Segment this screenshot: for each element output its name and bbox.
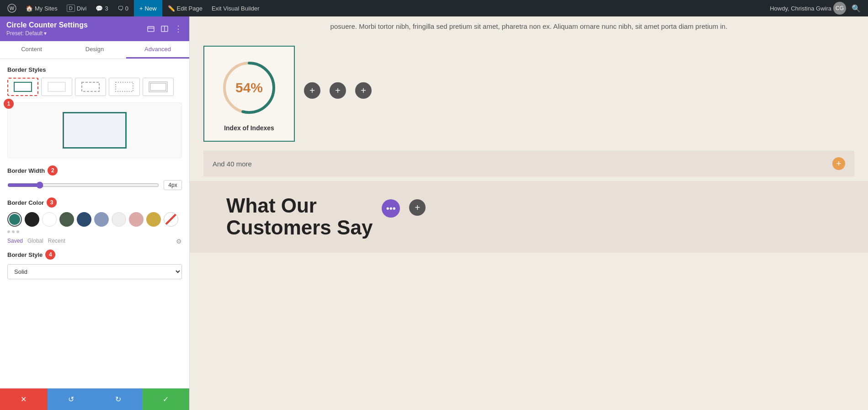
sidebar-preset[interactable]: Preset: Default ▾ <box>6 30 88 37</box>
add-module-btn-2[interactable]: + <box>330 82 346 99</box>
color-tabs: Saved Global Recent ⚙ <box>7 238 182 245</box>
border-width-slider[interactable] <box>7 181 159 189</box>
divi-label: Divi <box>77 5 87 12</box>
sidebar-header: Circle Counter Settings Preset: Default … <box>0 16 189 41</box>
border-styles-label: Border Styles <box>7 66 46 73</box>
expand-plus-icon[interactable]: + <box>832 157 845 170</box>
step-1-badge: 1 <box>4 99 14 109</box>
border-styles-section-title: Border Styles <box>7 66 182 73</box>
dot-2 <box>12 230 15 233</box>
svg-rect-8 <box>82 82 99 91</box>
comments-count: 3 <box>105 5 108 12</box>
comment-icon: 💬 <box>96 5 103 12</box>
top-bar-right: Howdy, Christina Gwira CG 🔍 <box>770 2 864 15</box>
edit-page-button[interactable]: ✏️ Edit Page <box>164 0 206 16</box>
plus-icon: + <box>139 5 143 12</box>
svg-rect-7 <box>48 82 65 91</box>
border-style-none[interactable] <box>41 78 72 96</box>
page-content: posuere. Morbi tortor nibh, fringilla se… <box>190 16 868 410</box>
wp-logo[interactable]: W <box>4 0 20 16</box>
color-swatch-none[interactable] <box>164 212 178 227</box>
intro-text: posuere. Morbi tortor nibh, fringilla se… <box>190 16 868 41</box>
comment-zero-label: 0 <box>125 5 128 12</box>
border-preview-box <box>63 112 127 149</box>
redo-button[interactable]: ↻ <box>95 389 142 410</box>
border-style-dropdown-row: Solid Dashed Dotted Double None <box>7 264 182 279</box>
preset-text: Preset: Default <box>6 30 43 37</box>
save-button[interactable]: ✓ <box>142 389 190 410</box>
color-swatch-darkgreen[interactable] <box>59 212 74 227</box>
sidebar-content: Border Styles <box>0 59 189 388</box>
border-style-select[interactable]: Solid Dashed Dotted Double None <box>7 264 182 279</box>
avatar: CG <box>833 2 846 15</box>
sidebar-header-left: Circle Counter Settings Preset: Default … <box>6 21 88 37</box>
color-swatch-white[interactable] <box>42 212 57 227</box>
border-width-label: Border Width <box>7 167 45 174</box>
exit-visual-builder-button[interactable]: Exit Visual Builder <box>208 0 263 16</box>
tab-design[interactable]: Design <box>63 41 126 59</box>
add-module-btn-1[interactable]: + <box>304 82 320 99</box>
home-icon: 🏠 <box>26 5 33 12</box>
redo-icon: ↻ <box>115 395 121 404</box>
border-width-section: Border Width 2 <box>7 165 182 176</box>
top-bar: W 🏠 My Sites D Divi 💬 3 🗨 0 + New ✏️ Edi… <box>0 0 868 16</box>
color-swatch-gold[interactable] <box>146 212 161 227</box>
color-swatch-lightblue[interactable] <box>94 212 109 227</box>
more-options-icon[interactable]: ⋮ <box>174 24 183 33</box>
sidebar: Circle Counter Settings Preset: Default … <box>0 16 190 410</box>
cancel-button[interactable]: ✕ <box>0 389 48 410</box>
border-style-label: Border Style <box>7 251 43 258</box>
edit-page-label: Edit Page <box>177 5 202 12</box>
dot-3 <box>16 230 19 233</box>
undo-button[interactable]: ↺ <box>48 389 95 410</box>
sidebar-bottom: ✕ ↺ ↻ ✓ <box>0 388 189 410</box>
window-icon[interactable] <box>146 24 155 33</box>
border-style-dotted[interactable] <box>109 78 140 96</box>
color-tab-global[interactable]: Global <box>27 238 43 245</box>
step-4-badge: 4 <box>45 250 55 260</box>
color-swatch-lightgray[interactable] <box>112 212 126 227</box>
undo-icon: ↺ <box>68 395 74 404</box>
border-width-slider-row: 4px <box>7 180 182 190</box>
svg-rect-9 <box>116 82 133 91</box>
tab-advanced[interactable]: Advanced <box>126 41 189 59</box>
circle-counter-module: 54% Index of Indexes <box>203 46 295 142</box>
module-row: 54% Index of Indexes + + + <box>190 41 868 146</box>
my-sites-menu[interactable]: 🏠 My Sites <box>22 0 61 16</box>
gray-add-button[interactable]: + <box>409 199 426 216</box>
border-style-solid[interactable] <box>7 78 38 96</box>
comments-menu[interactable]: 💬 3 <box>92 0 112 16</box>
expand-bar-label: And 40 more <box>213 160 252 168</box>
color-swatch-pink[interactable] <box>129 212 144 227</box>
wp-icon: W <box>7 4 16 13</box>
border-style-double[interactable] <box>143 78 174 96</box>
columns-icon[interactable] <box>160 24 169 33</box>
what-our-text: What Our Customers Say <box>226 195 373 239</box>
color-swatch-teal[interactable] <box>7 212 22 227</box>
comment2-icon: 🗨 <box>117 5 123 12</box>
color-swatch-black[interactable] <box>25 212 39 227</box>
svg-rect-11 <box>150 83 166 91</box>
search-button[interactable]: 🔍 <box>848 4 864 13</box>
color-swatches <box>7 212 182 227</box>
divi-icon: D <box>67 5 75 12</box>
color-tab-recent[interactable]: Recent <box>48 238 65 245</box>
color-tab-saved[interactable]: Saved <box>7 238 23 245</box>
divi-menu[interactable]: D Divi <box>63 0 91 16</box>
main-layout: Circle Counter Settings Preset: Default … <box>0 16 868 410</box>
save-icon: ✓ <box>163 395 169 404</box>
comment-zero[interactable]: 🗨 0 <box>114 0 132 16</box>
border-style-section: Border Style 4 <box>7 250 182 260</box>
my-sites-label: My Sites <box>35 5 58 12</box>
add-module-btn-3[interactable]: + <box>355 82 372 99</box>
border-style-dashed[interactable] <box>75 78 106 96</box>
expand-bar[interactable]: And 40 more + <box>203 151 854 176</box>
circle-label: Index of Indexes <box>213 124 285 132</box>
sidebar-tabs: Content Design Advanced <box>0 41 189 59</box>
new-button[interactable]: + New <box>134 0 162 16</box>
color-settings-icon[interactable]: ⚙ <box>176 238 182 245</box>
border-preview-area <box>7 102 182 158</box>
purple-menu-button[interactable]: ••• <box>382 199 400 218</box>
color-swatch-darkblue[interactable] <box>77 212 91 227</box>
tab-content[interactable]: Content <box>0 41 63 59</box>
